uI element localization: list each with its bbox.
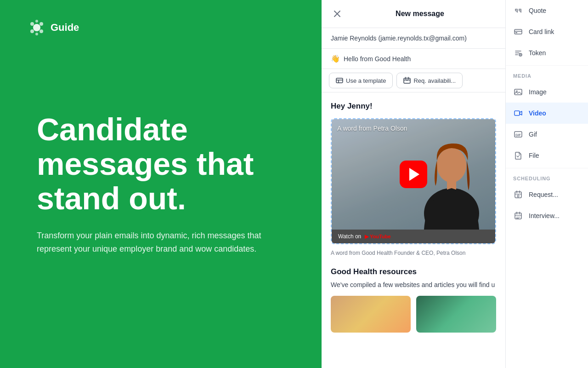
scheduling-section-label: SCHEDULING — [506, 170, 588, 184]
hero-title: Candidate messages that stand out. — [37, 112, 285, 215]
svg-point-4 — [40, 29, 43, 33]
left-panel: Guide Candidate messages that stand out.… — [0, 0, 322, 368]
svg-point-0 — [33, 24, 40, 31]
sidebar-item-file[interactable]: File — [506, 145, 588, 166]
request-label: Request... — [529, 191, 558, 198]
video-watch-bar: Watch on ▶ YouTube — [332, 230, 495, 243]
youtube-label: ▶ YouTube — [365, 234, 390, 240]
req-availability-button[interactable]: Req. availabili... — [396, 73, 463, 88]
svg-rect-18 — [514, 111, 520, 115]
resources-text: We've compiled a few websites and articl… — [331, 281, 496, 288]
svg-rect-13 — [514, 29, 522, 34]
subject-field[interactable]: 👋 Hello from Good Health — [322, 49, 505, 69]
file-icon — [513, 150, 523, 161]
image-icon — [513, 87, 523, 97]
sidebar-item-card-link[interactable]: Card link — [506, 21, 588, 42]
svg-point-6 — [35, 33, 38, 35]
video-embed-container[interactable]: A word from Petra Olson Watch on ▶ YouTu… — [331, 118, 496, 244]
resources-title: Good Health resources — [331, 267, 496, 276]
subject-emoji: 👋 — [331, 54, 340, 63]
sidebar-item-image[interactable]: Image — [506, 81, 588, 103]
resource-image-1 — [331, 296, 411, 333]
gif-label: Gif — [529, 131, 537, 138]
interview-label: Interview... — [529, 212, 560, 219]
quote-label: Quote — [529, 7, 546, 14]
video-title-text: A word from Petra Olson — [337, 125, 407, 132]
resource-images — [331, 296, 496, 333]
template-icon — [336, 77, 343, 84]
sidebar-item-request[interactable]: Request... — [506, 184, 588, 205]
logo-text: Guide — [51, 22, 79, 34]
insert-sidebar: Quote Card link Token MEDIA — [505, 0, 588, 368]
svg-rect-16 — [514, 89, 522, 95]
message-greeting: Hey Jenny! — [331, 102, 496, 111]
interview-icon — [513, 211, 523, 221]
card-link-label: Card link — [529, 28, 554, 35]
quote-icon — [513, 6, 523, 16]
svg-point-3 — [30, 29, 34, 33]
message-header: New message — [322, 0, 505, 28]
toolbar: Use a template Req. availabili... — [322, 69, 505, 92]
recipient-field[interactable]: Jamie Reynolds (jamie.reynolds.tx@gmail.… — [322, 28, 505, 49]
close-button[interactable] — [331, 7, 344, 20]
image-label: Image — [529, 88, 547, 96]
recipient-value: Jamie Reynolds (jamie.reynolds.tx@gmail.… — [331, 34, 467, 42]
hero-subtitle: Transform your plain emails into dynamic… — [37, 229, 285, 256]
media-section-label: MEDIA — [506, 68, 588, 81]
sidebar-item-video[interactable]: Video — [506, 103, 588, 124]
request-icon — [513, 190, 523, 200]
file-label: File — [529, 152, 539, 159]
subject-text: Hello from Good Health — [344, 55, 411, 63]
svg-point-11 — [437, 148, 466, 183]
resource-image-2 — [416, 296, 496, 333]
svg-rect-14 — [515, 32, 517, 33]
sidebar-item-interview[interactable]: Interview... — [506, 205, 588, 226]
calendar-icon — [403, 77, 411, 84]
svg-point-22 — [517, 195, 519, 197]
svg-point-2 — [40, 22, 43, 26]
divider-2 — [506, 168, 588, 168]
svg-rect-7 — [336, 78, 343, 83]
message-composer: New message Jamie Reynolds (jamie.reynol… — [322, 0, 505, 368]
video-caption: A word from Good Health Founder & CEO, P… — [331, 250, 496, 258]
guide-logo-icon — [28, 18, 46, 37]
video-label: Video — [529, 109, 546, 117]
sidebar-item-quote[interactable]: Quote — [506, 0, 588, 21]
divider-1 — [506, 65, 588, 66]
video-thumbnail: A word from Petra Olson — [332, 119, 495, 230]
video-icon — [513, 108, 523, 118]
sidebar-item-gif[interactable]: GIF Gif — [506, 124, 588, 145]
card-link-icon — [513, 27, 523, 37]
svg-text:GIF: GIF — [515, 133, 521, 137]
sidebar-item-token[interactable]: Token — [506, 42, 588, 63]
svg-point-5 — [35, 20, 38, 23]
svg-point-9 — [407, 80, 408, 81]
use-template-button[interactable]: Use a template — [329, 73, 393, 88]
person-svg — [417, 121, 486, 230]
message-content: Hey Jenny! — [322, 92, 505, 368]
logo-area: Guide — [28, 18, 79, 37]
watch-label: Watch on — [338, 233, 361, 240]
gif-icon: GIF — [513, 129, 523, 139]
video-person — [417, 121, 486, 230]
svg-point-1 — [30, 22, 34, 26]
play-button[interactable] — [400, 161, 427, 188]
message-title: New message — [344, 10, 496, 18]
token-icon — [513, 48, 523, 58]
token-label: Token — [529, 49, 546, 57]
